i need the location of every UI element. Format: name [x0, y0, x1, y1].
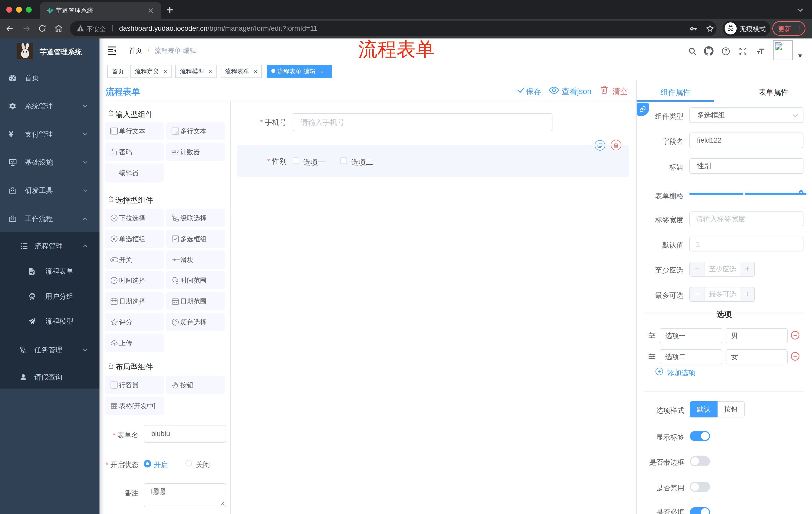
svg-text:123: 123 [172, 148, 179, 153]
